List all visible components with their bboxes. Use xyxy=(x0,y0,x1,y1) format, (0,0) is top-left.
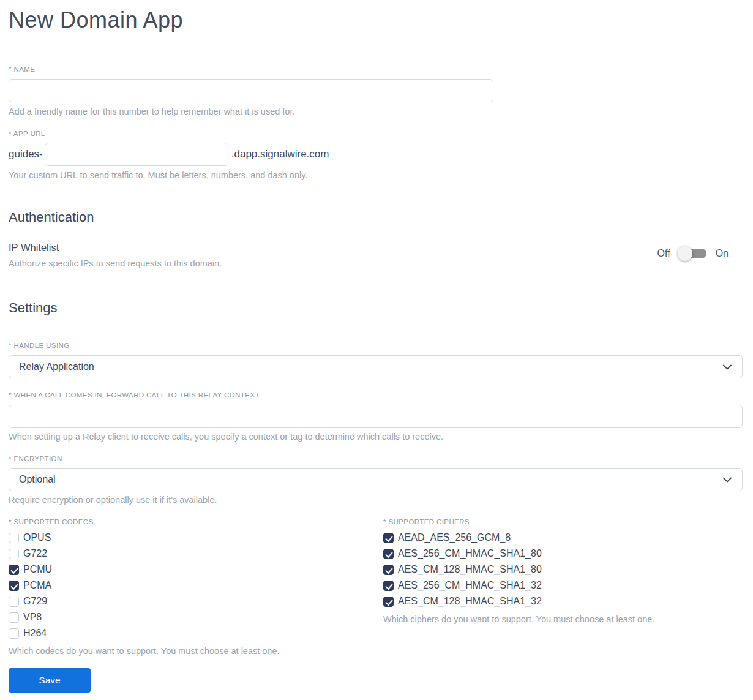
encryption-select[interactable]: Optional xyxy=(9,468,743,491)
codecs-checkbox-list: OPUS G722 PCMU PCMA xyxy=(9,530,383,641)
app-url-field-group: * APP URL guides- .dapp.signalwire.com Y… xyxy=(9,129,743,181)
toggle-knob-icon[interactable] xyxy=(678,246,692,261)
encryption-selected-value: Optional xyxy=(19,474,56,485)
handle-using-select[interactable]: Relay Application xyxy=(9,355,743,378)
relay-context-group: * WHEN A CALL COMES IN, FORWARD CALL TO … xyxy=(9,391,743,442)
name-helper: Add a friendly name for this number to h… xyxy=(9,106,743,117)
ip-whitelist-label: IP Whitelist xyxy=(9,241,222,254)
app-url-input[interactable] xyxy=(45,143,228,166)
app-url-suffix: .dapp.signalwire.com xyxy=(231,148,329,160)
chevron-down-icon xyxy=(723,364,732,370)
app-url-label: * APP URL xyxy=(9,129,743,138)
name-input[interactable] xyxy=(9,79,493,102)
new-domain-app-page: New Domain App * NAME Add a friendly nam… xyxy=(0,0,753,700)
page-title: New Domain App xyxy=(9,6,743,34)
codec-cipher-columns: * SUPPORTED CODECS OPUS G722 xyxy=(9,517,743,657)
cipher-checkbox-row[interactable]: AES_256_CM_HMAC_SHA1_32 xyxy=(383,578,743,593)
handle-using-group: * HANDLE USING Relay Application xyxy=(9,341,743,378)
handle-using-label: * HANDLE USING xyxy=(9,341,743,350)
cipher-checkbox-label: AEAD_AES_256_GCM_8 xyxy=(398,532,511,543)
cipher-checkbox-row[interactable]: AES_256_CM_HMAC_SHA1_80 xyxy=(383,546,743,562)
ip-whitelist-toggle-block: Off On xyxy=(657,246,729,262)
cipher-checkbox-label: AES_256_CM_HMAC_SHA1_80 xyxy=(398,548,542,559)
supported-ciphers-group: * SUPPORTED CIPHERS AEAD_AES_256_GCM_8 A… xyxy=(383,517,743,657)
checkbox-icon[interactable] xyxy=(9,565,19,575)
codec-checkbox-row[interactable]: VP8 xyxy=(9,609,383,625)
checkbox-icon[interactable] xyxy=(383,565,394,575)
codec-checkbox-label: H264 xyxy=(23,628,47,639)
codec-checkbox-row[interactable]: OPUS xyxy=(9,530,383,546)
codec-checkbox-label: G729 xyxy=(23,596,47,607)
relay-context-helper: When setting up a Relay client to receiv… xyxy=(9,431,743,442)
cipher-checkbox-row[interactable]: AES_CM_128_HMAC_SHA1_80 xyxy=(383,562,743,578)
codec-checkbox-label: OPUS xyxy=(23,532,51,543)
ip-whitelist-toggle[interactable] xyxy=(680,249,706,258)
handle-using-selected-value: Relay Application xyxy=(19,361,94,372)
codec-checkbox-row[interactable]: PCMU xyxy=(9,562,383,578)
checkbox-icon[interactable] xyxy=(383,581,394,591)
codec-checkbox-row[interactable]: H264 xyxy=(9,625,383,641)
ip-whitelist-helper: Authorize specific IPs to send requests … xyxy=(9,258,222,269)
checkbox-icon[interactable] xyxy=(9,533,19,543)
cipher-checkbox-label: AES_CM_128_HMAC_SHA1_80 xyxy=(398,564,542,575)
codec-checkbox-label: PCMA xyxy=(23,580,51,591)
checkbox-icon[interactable] xyxy=(9,581,19,591)
cipher-checkbox-row[interactable]: AEAD_AES_256_GCM_8 xyxy=(383,530,743,546)
cipher-checkbox-label: AES_CM_128_HMAC_SHA1_32 xyxy=(398,596,542,607)
checkbox-icon[interactable] xyxy=(9,549,19,559)
name-field-group: * NAME Add a friendly name for this numb… xyxy=(9,65,743,117)
app-url-row: guides- .dapp.signalwire.com xyxy=(9,143,743,166)
codec-checkbox-label: G722 xyxy=(23,548,47,559)
supported-ciphers-label: * SUPPORTED CIPHERS xyxy=(383,517,743,526)
app-url-helper: Your custom URL to send traffic to. Must… xyxy=(9,170,743,181)
supported-codecs-label: * SUPPORTED CODECS xyxy=(9,517,383,526)
save-button[interactable]: Save xyxy=(9,668,91,693)
ciphers-checkbox-list: AEAD_AES_256_GCM_8 AES_256_CM_HMAC_SHA1_… xyxy=(383,530,743,609)
ip-whitelist-text: IP Whitelist Authorize specific IPs to s… xyxy=(9,241,222,269)
checkbox-icon[interactable] xyxy=(383,549,394,559)
encryption-label: * ENCRYPTION xyxy=(9,454,743,463)
ip-whitelist-row: IP Whitelist Authorize specific IPs to s… xyxy=(9,241,743,269)
cipher-checkbox-label: AES_256_CM_HMAC_SHA1_32 xyxy=(398,580,542,591)
app-url-prefix: guides- xyxy=(9,148,43,160)
codec-checkbox-row[interactable]: PCMA xyxy=(9,578,383,593)
checkbox-icon[interactable] xyxy=(383,533,394,543)
codec-checkbox-row[interactable]: G729 xyxy=(9,593,383,609)
codecs-helper: Which codecs do you want to support. You… xyxy=(9,645,383,657)
codec-checkbox-row[interactable]: G722 xyxy=(9,546,383,562)
checkbox-icon[interactable] xyxy=(9,597,19,607)
relay-context-input[interactable] xyxy=(9,405,743,428)
name-label: * NAME xyxy=(9,65,743,73)
codec-checkbox-label: VP8 xyxy=(23,612,42,623)
authentication-heading: Authentication xyxy=(9,209,743,226)
toggle-off-label: Off xyxy=(657,248,670,259)
encryption-helper: Require encryption or optionally use it … xyxy=(9,494,743,505)
settings-heading: Settings xyxy=(9,299,743,317)
checkbox-icon[interactable] xyxy=(9,612,19,623)
checkbox-icon[interactable] xyxy=(9,628,19,639)
checkbox-icon[interactable] xyxy=(383,597,394,607)
encryption-group: * ENCRYPTION Optional Require encryption… xyxy=(9,454,743,505)
cipher-checkbox-row[interactable]: AES_CM_128_HMAC_SHA1_32 xyxy=(383,593,743,609)
chevron-down-icon xyxy=(723,477,732,483)
relay-context-label: * WHEN A CALL COMES IN, FORWARD CALL TO … xyxy=(9,391,743,399)
codec-checkbox-label: PCMU xyxy=(23,564,52,575)
ciphers-helper: Which ciphers do you want to support. Yo… xyxy=(383,614,743,625)
toggle-on-label: On xyxy=(716,248,729,259)
supported-codecs-group: * SUPPORTED CODECS OPUS G722 xyxy=(9,517,383,657)
